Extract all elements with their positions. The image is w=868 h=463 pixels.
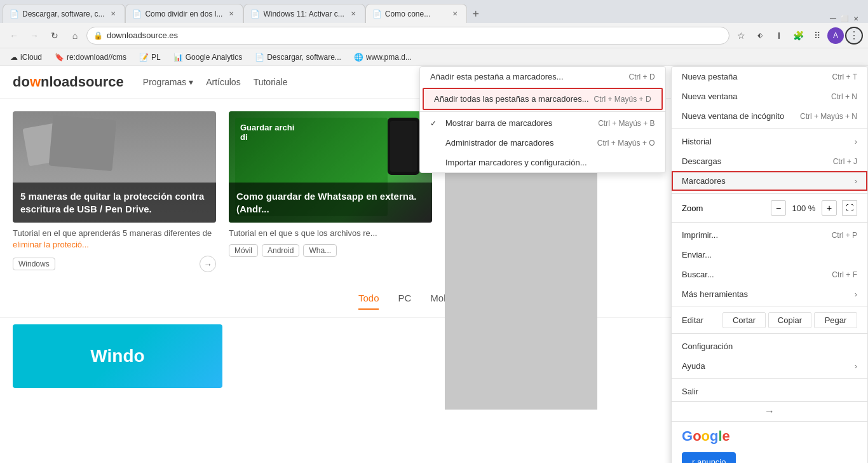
extension-button[interactable]: ⬖ [751,27,769,45]
menu-bookmarks-arrow: › [855,176,857,186]
nav-articles[interactable]: Artículos [206,77,240,87]
bookmark-star-button[interactable]: ☆ [732,27,750,45]
puzzle-button[interactable]: 🧩 [789,27,807,45]
reload-button[interactable]: ↻ [46,27,64,45]
back-button[interactable]: ← [5,27,23,45]
dropdown-import-label: Importar marcadores y configuración... [445,158,587,167]
tab-2-close[interactable]: ✕ [226,9,236,19]
dropdown-show-bar[interactable]: ✓ Mostrar barra de marcadores Ctrl + May… [420,113,665,133]
dropdown-manager-label: Administrador de marcadores [445,138,554,148]
dropdown-import[interactable]: Importar marcadores y configuración... [420,153,665,172]
filter-tab-todo[interactable]: Todo [358,293,379,310]
profile-avatar[interactable]: A [827,27,844,44]
tab-3-close[interactable]: ✕ [348,9,358,19]
article-2-tag-movil[interactable]: Móvil [229,244,258,257]
menu-sep-1 [672,128,867,129]
bookmark-icloud[interactable]: ☁ iCloud [5,52,47,63]
tab-4[interactable]: 📄 Como cone... ✕ [365,4,467,23]
menu-copy-button[interactable]: Copiar [768,312,811,328]
tab-1-close[interactable]: ✕ [108,9,118,19]
menu-new-window[interactable]: Nueva ventana Ctrl + N [672,86,867,106]
google-mini-panel: Google r anuncio anuncio? ▷ [672,421,867,463]
menu-quit[interactable]: Salir [672,382,867,401]
menu-print-shortcut: Ctrl + P [832,231,857,240]
nav-programs[interactable]: Programas ▾ [143,77,193,87]
grid-button[interactable]: ⠿ [808,27,826,45]
bookmark-descargar[interactable]: 📄 Descargar, software... [250,52,346,63]
bookmark-pl[interactable]: 📝 PL [134,52,166,63]
menu-history[interactable]: Historial › [672,132,867,151]
article-card-2: Guardar archidi Como guardar de Whatsapp… [229,111,432,272]
google-ad-button[interactable]: r anuncio [682,452,736,463]
bookmark-cms[interactable]: 🔖 re:download//cms [50,52,132,63]
zoom-minus-button[interactable]: − [771,200,786,216]
article-2-title: Como guardar de Whatsapp en externa. (An… [229,183,432,223]
article-1-link[interactable]: eliminar la proteció... [13,240,89,249]
menu-help[interactable]: Ayuda › [672,356,867,376]
filter-tab-pc[interactable]: PC [398,293,411,310]
bookmark-pma[interactable]: 🌐 www.pma.d... [349,52,417,63]
menu-settings[interactable]: Configuración [672,336,867,356]
info-button[interactable]: I [770,27,788,45]
menu-new-tab-label: Nueva pestaña [682,72,737,81]
url-text: downloadsource.es [107,31,722,40]
forward-button[interactable]: → [25,27,43,45]
tab-4-title: Como cone... [385,10,446,18]
menu-cut-button[interactable]: Cortar [722,312,766,328]
menu-more-tools[interactable]: Más herramientas › [672,284,867,304]
logo-highlight: w [30,74,41,90]
dropdown-add-all-tabs[interactable]: Añadir todas las pestañas a marcadores..… [423,88,663,110]
menu-new-window-shortcut: Ctrl + N [831,92,857,101]
menu-paste-button[interactable]: Pegar [814,312,857,328]
menu-edit-label: Editar [682,315,720,325]
nav-right-actions: ☆ ⬖ I 🧩 ⠿ A ⋮ [732,27,863,45]
menu-zoom-row: Zoom − 100 % + ⛶ [672,197,867,219]
bookmark-pl-favicon: 📝 [139,53,149,62]
menu-search[interactable]: Buscar... Ctrl + F [672,265,867,284]
article-1-tag-windows[interactable]: Windows [13,258,55,270]
menu-new-tab[interactable]: Nueva pestaña Ctrl + T [672,67,867,86]
tab-1[interactable]: 📄 Descargar, software, c... ✕ [3,4,125,23]
tab-3[interactable]: 📄 Windows 11: Activar c... ✕ [243,4,365,23]
menu-downloads[interactable]: Descargas Ctrl + J [672,151,867,171]
tab-2[interactable]: 📄 Como dividir en dos l... ✕ [125,4,243,23]
chrome-menu-button[interactable]: ⋮ [845,27,863,45]
bookmark-pl-label: PL [151,53,161,62]
menu-more-tools-label: Más herramientas [682,289,748,299]
address-bar[interactable]: 🔒 downloadsource.es [86,27,729,45]
dropdown-manager[interactable]: Administrador de marcadores Ctrl + Mayús… [420,133,665,153]
dropdown-add-tab[interactable]: Añadir esta pestaña a marcadores... Ctrl… [420,67,665,86]
menu-bookmarks[interactable]: Marcadores › [672,171,867,191]
bookmark-analytics[interactable]: 📊 Google Analytics [168,52,247,63]
menu-sep-5 [672,333,867,334]
article-1-title: 5 maneras de quitar la protección contra… [13,183,216,223]
zoom-fullscreen-button[interactable]: ⛶ [842,200,857,216]
dropdown-show-bar-shortcut: Ctrl + Mayús + B [598,119,654,128]
dropdown-add-all-tabs-shortcut: Ctrl + Mayús + D [594,95,651,104]
tab-4-close[interactable]: ✕ [450,9,460,19]
zoom-value: 100 % [791,204,817,213]
home-button[interactable]: ⌂ [66,27,84,45]
article-1-arrow[interactable]: → [200,256,216,272]
menu-edit-row: Editar Cortar Copiar Pegar [672,310,867,331]
window-minimize-button[interactable]: ─ [829,14,837,23]
menu-sep-2 [672,193,867,194]
window-maximize-button[interactable]: ⬜ [840,14,849,23]
tab-2-title: Como dividir en dos l... [145,10,222,18]
menu-help-label: Ayuda [682,361,705,371]
menu-zoom-label: Zoom [682,204,703,213]
dropdown-sep-1 [420,111,665,112]
menu-downloads-label: Descargas [682,156,721,166]
menu-print[interactable]: Imprimir... Ctrl + P [672,225,867,245]
new-tab-button[interactable]: + [467,5,485,23]
menu-send[interactable]: Enviar... [672,245,867,265]
window-close-button[interactable]: ✕ [851,14,860,23]
window-controls: ─ ⬜ ✕ [829,14,865,23]
zoom-plus-button[interactable]: + [822,200,837,216]
article-2-tag-android[interactable]: Android [262,244,299,257]
menu-incognito[interactable]: Nueva ventana de incógnito Ctrl + Mayús … [672,106,867,126]
article-2-tag-wha[interactable]: Wha... [303,244,337,257]
menu-new-tab-shortcut: Ctrl + T [832,73,857,81]
tab-bar: 📄 Descargar, software, c... ✕ 📄 Como div… [0,0,868,23]
nav-tutorials[interactable]: Tutoriale [254,77,288,87]
